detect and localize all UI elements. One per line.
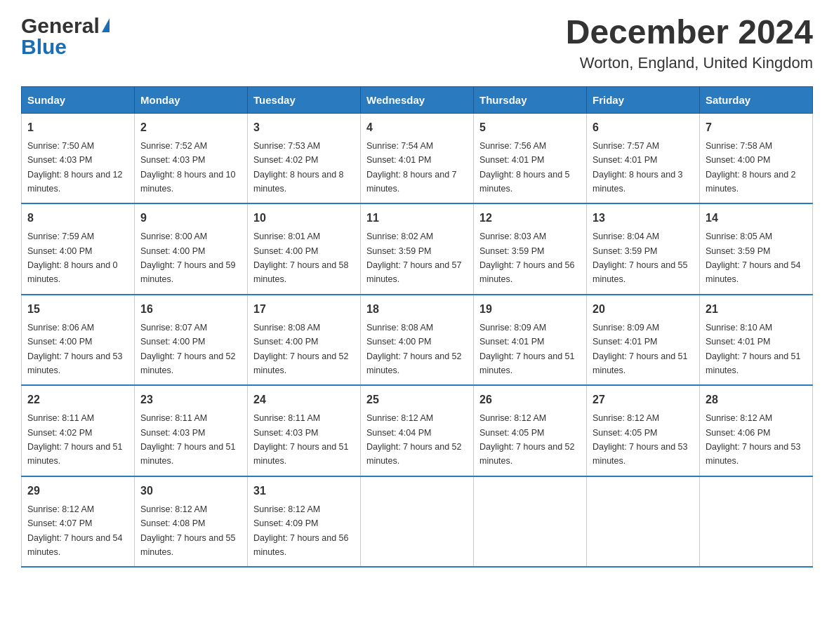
logo-blue-text: Blue	[21, 35, 67, 58]
logo: General Blue	[21, 14, 110, 59]
title-area: December 2024 Worton, England, United Ki…	[566, 14, 813, 72]
calendar-day-cell: 22Sunrise: 8:11 AMSunset: 4:02 PMDayligh…	[22, 385, 135, 476]
day-info: Sunrise: 8:12 AMSunset: 4:04 PMDaylight:…	[366, 413, 462, 466]
day-info: Sunrise: 8:03 AMSunset: 3:59 PMDaylight:…	[479, 232, 575, 284]
calendar-day-header: Tuesday	[248, 86, 361, 113]
calendar-day-cell: 16Sunrise: 8:07 AMSunset: 4:00 PMDayligh…	[135, 295, 248, 386]
day-number: 10	[253, 210, 355, 227]
day-info: Sunrise: 7:50 AMSunset: 4:03 PMDaylight:…	[27, 141, 123, 194]
calendar-day-cell: 23Sunrise: 8:11 AMSunset: 4:03 PMDayligh…	[135, 385, 248, 476]
calendar-day-header: Saturday	[700, 86, 813, 113]
calendar-day-cell: 2Sunrise: 7:52 AMSunset: 4:03 PMDaylight…	[135, 113, 248, 203]
day-number: 9	[140, 210, 241, 227]
day-number: 20	[593, 301, 694, 318]
calendar-day-cell: 30Sunrise: 8:12 AMSunset: 4:08 PMDayligh…	[135, 476, 248, 568]
calendar-week-row: 29Sunrise: 8:12 AMSunset: 4:07 PMDayligh…	[22, 476, 813, 568]
day-info: Sunrise: 7:54 AMSunset: 4:01 PMDaylight:…	[366, 141, 457, 194]
calendar-day-cell: 18Sunrise: 8:08 AMSunset: 4:00 PMDayligh…	[361, 295, 474, 386]
day-info: Sunrise: 7:56 AMSunset: 4:01 PMDaylight:…	[479, 141, 570, 194]
day-number: 11	[366, 210, 468, 227]
day-number: 26	[479, 391, 581, 408]
calendar-week-row: 8Sunrise: 7:59 AMSunset: 4:00 PMDaylight…	[22, 203, 813, 295]
day-info: Sunrise: 8:08 AMSunset: 4:00 PMDaylight:…	[253, 323, 349, 375]
day-info: Sunrise: 8:12 AMSunset: 4:06 PMDaylight:…	[706, 413, 801, 466]
day-info: Sunrise: 7:52 AMSunset: 4:03 PMDaylight:…	[140, 141, 236, 194]
calendar-day-cell: 20Sunrise: 8:09 AMSunset: 4:01 PMDayligh…	[587, 295, 700, 386]
calendar-table: SundayMondayTuesdayWednesdayThursdayFrid…	[21, 86, 813, 568]
calendar-week-row: 22Sunrise: 8:11 AMSunset: 4:02 PMDayligh…	[22, 385, 813, 476]
calendar-day-cell: 5Sunrise: 7:56 AMSunset: 4:01 PMDaylight…	[474, 113, 587, 203]
calendar-day-cell: 29Sunrise: 8:12 AMSunset: 4:07 PMDayligh…	[22, 476, 135, 568]
calendar-day-cell: 1Sunrise: 7:50 AMSunset: 4:03 PMDaylight…	[22, 113, 135, 203]
day-number: 13	[593, 210, 694, 227]
day-info: Sunrise: 8:11 AMSunset: 4:02 PMDaylight:…	[27, 413, 123, 466]
calendar-day-cell	[587, 476, 700, 568]
day-info: Sunrise: 7:57 AMSunset: 4:01 PMDaylight:…	[593, 141, 683, 194]
day-number: 17	[253, 301, 355, 318]
day-number: 1	[27, 119, 128, 136]
calendar-day-cell	[361, 476, 474, 568]
day-number: 18	[366, 301, 468, 318]
calendar-day-header: Sunday	[22, 86, 135, 113]
day-info: Sunrise: 8:02 AMSunset: 3:59 PMDaylight:…	[366, 232, 462, 284]
day-info: Sunrise: 8:04 AMSunset: 3:59 PMDaylight:…	[593, 232, 688, 284]
day-info: Sunrise: 8:00 AMSunset: 4:00 PMDaylight:…	[140, 232, 236, 284]
logo-triangle-icon	[102, 18, 110, 32]
day-number: 6	[593, 119, 694, 136]
calendar-header-row: SundayMondayTuesdayWednesdayThursdayFrid…	[22, 86, 813, 113]
day-number: 31	[253, 483, 355, 499]
calendar-day-cell: 15Sunrise: 8:06 AMSunset: 4:00 PMDayligh…	[22, 295, 135, 386]
day-info: Sunrise: 8:08 AMSunset: 4:00 PMDaylight:…	[366, 323, 462, 375]
calendar-day-cell: 25Sunrise: 8:12 AMSunset: 4:04 PMDayligh…	[361, 385, 474, 476]
calendar-day-cell: 12Sunrise: 8:03 AMSunset: 3:59 PMDayligh…	[474, 203, 587, 295]
day-number: 2	[140, 119, 241, 136]
calendar-subtitle: Worton, England, United Kingdom	[566, 54, 813, 72]
calendar-day-cell: 21Sunrise: 8:10 AMSunset: 4:01 PMDayligh…	[700, 295, 813, 386]
day-number: 29	[27, 483, 128, 499]
calendar-title: December 2024	[566, 14, 813, 51]
calendar-day-cell: 28Sunrise: 8:12 AMSunset: 4:06 PMDayligh…	[700, 385, 813, 476]
day-info: Sunrise: 8:12 AMSunset: 4:07 PMDaylight:…	[27, 504, 123, 557]
calendar-day-cell	[700, 476, 813, 568]
calendar-day-cell: 4Sunrise: 7:54 AMSunset: 4:01 PMDaylight…	[361, 113, 474, 203]
day-number: 25	[366, 391, 468, 408]
day-info: Sunrise: 7:59 AMSunset: 4:00 PMDaylight:…	[27, 232, 118, 284]
day-number: 14	[706, 210, 807, 227]
day-number: 3	[253, 119, 355, 136]
day-info: Sunrise: 8:12 AMSunset: 4:05 PMDaylight:…	[593, 413, 688, 466]
day-info: Sunrise: 8:06 AMSunset: 4:00 PMDaylight:…	[27, 323, 123, 375]
calendar-day-header: Monday	[135, 86, 248, 113]
day-number: 19	[479, 301, 581, 318]
day-info: Sunrise: 8:11 AMSunset: 4:03 PMDaylight:…	[253, 413, 349, 466]
day-number: 22	[27, 391, 128, 408]
calendar-day-cell: 3Sunrise: 7:53 AMSunset: 4:02 PMDaylight…	[248, 113, 361, 203]
day-number: 15	[27, 301, 128, 318]
calendar-day-header: Thursday	[474, 86, 587, 113]
calendar-day-cell: 7Sunrise: 7:58 AMSunset: 4:00 PMDaylight…	[700, 113, 813, 203]
day-number: 21	[706, 301, 807, 318]
calendar-day-cell: 26Sunrise: 8:12 AMSunset: 4:05 PMDayligh…	[474, 385, 587, 476]
day-info: Sunrise: 8:07 AMSunset: 4:00 PMDaylight:…	[140, 323, 236, 375]
calendar-day-cell: 6Sunrise: 7:57 AMSunset: 4:01 PMDaylight…	[587, 113, 700, 203]
calendar-day-cell: 17Sunrise: 8:08 AMSunset: 4:00 PMDayligh…	[248, 295, 361, 386]
day-number: 5	[479, 119, 581, 136]
day-info: Sunrise: 8:12 AMSunset: 4:08 PMDaylight:…	[140, 504, 236, 557]
day-info: Sunrise: 7:58 AMSunset: 4:00 PMDaylight:…	[706, 141, 796, 194]
calendar-day-cell: 31Sunrise: 8:12 AMSunset: 4:09 PMDayligh…	[248, 476, 361, 568]
day-number: 16	[140, 301, 241, 318]
calendar-week-row: 15Sunrise: 8:06 AMSunset: 4:00 PMDayligh…	[22, 295, 813, 386]
calendar-day-cell: 8Sunrise: 7:59 AMSunset: 4:00 PMDaylight…	[22, 203, 135, 295]
day-number: 28	[706, 391, 807, 408]
day-info: Sunrise: 8:09 AMSunset: 4:01 PMDaylight:…	[479, 323, 575, 375]
calendar-day-header: Wednesday	[361, 86, 474, 113]
day-info: Sunrise: 8:09 AMSunset: 4:01 PMDaylight:…	[593, 323, 688, 375]
calendar-day-cell: 14Sunrise: 8:05 AMSunset: 3:59 PMDayligh…	[700, 203, 813, 295]
calendar-day-header: Friday	[587, 86, 700, 113]
calendar-day-cell: 9Sunrise: 8:00 AMSunset: 4:00 PMDaylight…	[135, 203, 248, 295]
day-info: Sunrise: 7:53 AMSunset: 4:02 PMDaylight:…	[253, 141, 344, 194]
day-number: 4	[366, 119, 468, 136]
day-number: 27	[593, 391, 694, 408]
calendar-day-cell: 10Sunrise: 8:01 AMSunset: 4:00 PMDayligh…	[248, 203, 361, 295]
calendar-day-cell: 11Sunrise: 8:02 AMSunset: 3:59 PMDayligh…	[361, 203, 474, 295]
day-info: Sunrise: 8:12 AMSunset: 4:09 PMDaylight:…	[253, 504, 349, 557]
